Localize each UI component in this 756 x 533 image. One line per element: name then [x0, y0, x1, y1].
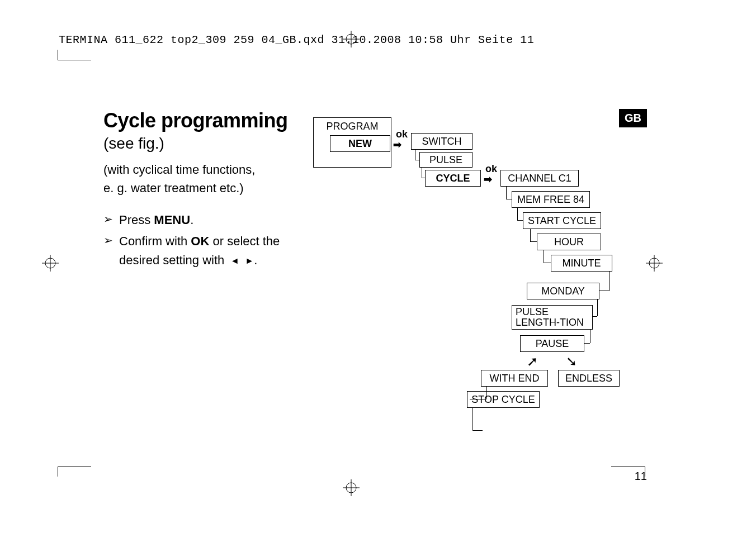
registration-mark — [343, 479, 360, 496]
text: . — [190, 213, 193, 227]
desc-text: (with cyclical time functions, — [103, 163, 255, 177]
node-memfree: MEM FREE 84 — [512, 191, 590, 208]
connector — [506, 187, 507, 199]
text: . — [254, 253, 257, 267]
connector — [590, 330, 590, 343]
node-startcycle: START CYCLE — [523, 212, 601, 229]
registration-mark — [343, 31, 360, 47]
node-pause: PAUSE — [520, 335, 584, 352]
node-new: NEW — [330, 135, 390, 152]
text-bold: OK — [191, 234, 209, 248]
node-endless: ENDLESS — [558, 370, 620, 387]
page-title: Cycle programming — [103, 109, 310, 132]
node-withend: WITH END — [481, 370, 548, 387]
connector — [506, 199, 512, 199]
connector — [517, 220, 523, 221]
instruction-item: Confirm with OK or select the desired se… — [103, 232, 310, 270]
connector — [517, 208, 518, 220]
node-pulselength: PULSE LENGTH-TION — [512, 305, 593, 330]
connector — [597, 299, 598, 316]
connector — [470, 399, 486, 399]
node-hour: HOUR — [537, 234, 601, 250]
text: Confirm with — [119, 234, 191, 248]
connector — [530, 241, 537, 242]
registration-mark — [646, 255, 663, 272]
connector — [530, 229, 531, 241]
connector — [422, 178, 425, 178]
crop-mark — [58, 467, 58, 477]
registration-mark — [42, 255, 59, 272]
connector — [415, 160, 419, 160]
flow-diagram: PROGRAM NEW ok ➡ SWITCH PULSE CYCLE ok ➡… — [313, 117, 626, 441]
arrow-down-right-icon: ➘ — [566, 354, 577, 369]
node-channel: CHANNEL C1 — [500, 170, 579, 187]
right-arrow-icon: ► — [243, 254, 254, 268]
page-subtitle: (see fig.) — [103, 135, 310, 153]
connector — [472, 430, 483, 431]
connector — [593, 316, 597, 317]
connector — [544, 263, 551, 263]
connector — [544, 250, 544, 263]
header-line: TERMINA 611_622 top2_309 259 04_GB.qxd 3… — [59, 34, 534, 46]
connector — [422, 168, 422, 178]
crop-mark — [611, 467, 645, 467]
arrow-right-icon: ➡ — [484, 173, 492, 185]
node-stopcycle: STOP CYCLE — [467, 391, 540, 408]
arrow-down-left-icon: ➚ — [527, 354, 538, 369]
connector — [584, 343, 590, 344]
text: Press — [119, 213, 154, 227]
arrow-right-icon: ➡ — [393, 139, 401, 151]
left-arrow-icon: ◄ — [228, 254, 239, 268]
content-area: Cycle programming (see fig.) (with cycli… — [103, 109, 310, 272]
description: (with cyclical time functions, e. g. wat… — [103, 160, 310, 197]
crop-mark — [58, 60, 91, 60]
desc-text: e. g. water treatment etc.) — [103, 181, 244, 195]
crop-mark — [58, 50, 58, 60]
connector — [599, 291, 609, 291]
node-pulse: PULSE — [419, 152, 472, 168]
crop-mark — [58, 467, 91, 467]
node-minute: MINUTE — [551, 255, 612, 272]
page-number: 11 — [635, 470, 647, 483]
node-monday: MONDAY — [527, 283, 599, 299]
node-switch: SWITCH — [411, 133, 472, 150]
connector — [609, 272, 610, 291]
connector — [472, 408, 473, 430]
node-cycle: CYCLE — [425, 170, 481, 187]
connector — [486, 387, 487, 399]
connector — [415, 150, 415, 160]
instruction-item: Press MENU. — [103, 211, 310, 230]
text-bold: MENU — [154, 213, 190, 227]
